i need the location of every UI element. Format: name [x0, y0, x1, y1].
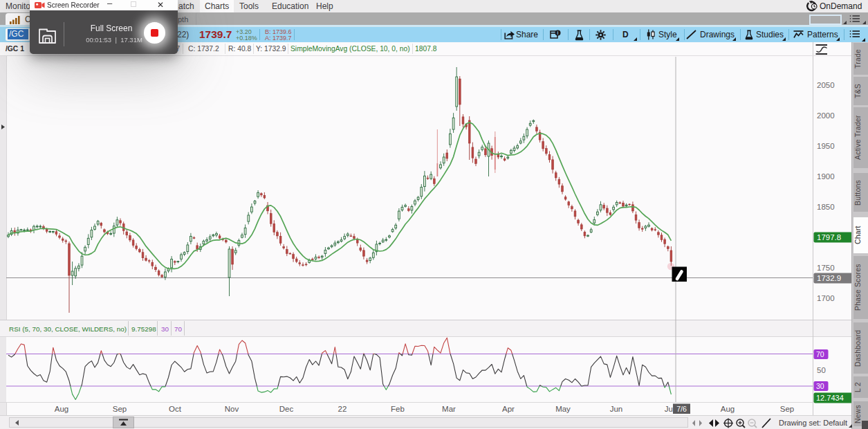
svg-text:RSI (5, 70, 30, CLOSE, WILDERS: RSI (5, 70, 30, CLOSE, WILDERS, no) — [9, 325, 127, 333]
svg-text:1850: 1850 — [817, 203, 835, 211]
svg-text:1732.9: 1732.9 — [817, 274, 841, 282]
svg-text:2000: 2000 — [817, 111, 835, 120]
svg-text:Mar: Mar — [442, 405, 456, 413]
svg-text:12.7434: 12.7434 — [816, 394, 844, 402]
svg-text:Aug: Aug — [55, 405, 68, 413]
svg-text:Sep: Sep — [780, 405, 794, 413]
svg-text:30: 30 — [161, 325, 169, 333]
svg-text:50: 50 — [817, 366, 826, 374]
svg-text:22: 22 — [338, 405, 347, 413]
svg-text:Apr: Apr — [502, 405, 515, 413]
svg-text:Oct: Oct — [169, 405, 182, 413]
svg-text:1750: 1750 — [817, 264, 835, 272]
svg-text:1797.8: 1797.8 — [817, 233, 841, 241]
svg-text:Nov: Nov — [225, 405, 239, 413]
svg-text:Feb: Feb — [391, 405, 405, 413]
svg-text:1950: 1950 — [817, 142, 835, 150]
svg-text:70: 70 — [816, 350, 824, 358]
svg-text:Aug: Aug — [721, 405, 735, 413]
svg-text:1900: 1900 — [817, 172, 835, 181]
svg-text:9.75298: 9.75298 — [131, 325, 156, 333]
svg-text:30: 30 — [816, 382, 824, 390]
svg-text:Jun: Jun — [610, 405, 623, 413]
svg-text:7/6: 7/6 — [676, 405, 687, 413]
svg-text:1700: 1700 — [817, 294, 835, 302]
svg-text:2050: 2050 — [817, 81, 835, 89]
svg-text:May: May — [555, 405, 571, 413]
svg-text:70: 70 — [174, 325, 182, 333]
svg-text:Dec: Dec — [279, 405, 294, 413]
svg-text:i: i — [557, 30, 559, 35]
svg-text:Sep: Sep — [113, 405, 127, 413]
